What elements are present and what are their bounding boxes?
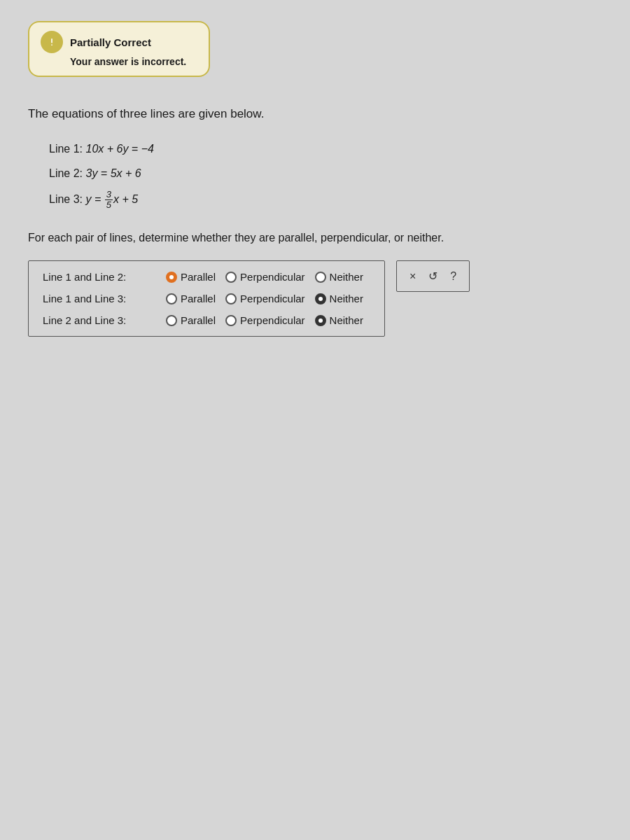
row1-parallel-label: Parallel xyxy=(181,271,216,283)
line3-label: Line 3: xyxy=(49,193,85,205)
feedback-title: Partially Correct xyxy=(70,36,151,48)
row2-perpendicular-option[interactable]: Perpendicular xyxy=(225,293,305,304)
line3-equation: y = 35x + 5 xyxy=(85,193,138,205)
help-button[interactable]: ? xyxy=(447,269,459,284)
answer-row-3: Line 2 and Line 3: Parallel Perpendicula… xyxy=(43,314,370,326)
line-item-1: Line 1: 10x + 6y = −4 xyxy=(49,140,602,158)
row2-parallel-option[interactable]: Parallel xyxy=(166,293,216,304)
svg-rect-1 xyxy=(51,38,52,43)
line1-equation: 10x + 6y = −4 xyxy=(85,143,153,155)
row3-perpendicular-radio[interactable] xyxy=(225,315,237,326)
line-item-3: Line 3: y = 35x + 5 xyxy=(49,190,602,211)
row3-perpendicular-option[interactable]: Perpendicular xyxy=(225,314,305,326)
row3-radio-group: Parallel Perpendicular Neither xyxy=(166,314,370,326)
question-text: For each pair of lines, determine whethe… xyxy=(28,230,602,246)
line2-label: Line 2: xyxy=(49,167,85,179)
row3-parallel-option[interactable]: Parallel xyxy=(166,314,216,326)
answer-table-container: Line 1 and Line 2: Parallel Perpendicula… xyxy=(28,260,602,337)
row3-label: Line 2 and Line 3: xyxy=(43,314,162,326)
row2-perpendicular-label: Perpendicular xyxy=(240,293,305,304)
row1-radio-group: Parallel Perpendicular Neither xyxy=(166,271,370,283)
feedback-subtitle: Your answer is incorrect. xyxy=(41,56,195,67)
row3-parallel-radio[interactable] xyxy=(166,315,177,326)
utility-buttons: × ↺ ? xyxy=(396,260,470,292)
row3-neither-option[interactable]: Neither xyxy=(315,314,363,326)
undo-button[interactable]: ↺ xyxy=(426,268,440,284)
row3-neither-label: Neither xyxy=(330,314,363,326)
feedback-icon xyxy=(41,31,63,53)
answer-row-1: Line 1 and Line 2: Parallel Perpendicula… xyxy=(43,271,370,283)
row1-perpendicular-label: Perpendicular xyxy=(240,271,305,283)
row2-parallel-label: Parallel xyxy=(181,293,216,304)
row2-parallel-radio[interactable] xyxy=(166,293,177,304)
row1-neither-option[interactable]: Neither xyxy=(315,271,363,283)
line1-label: Line 1: xyxy=(49,143,85,155)
row1-neither-label: Neither xyxy=(330,271,363,283)
row2-radio-group: Parallel Perpendicular Neither xyxy=(166,293,370,304)
row2-neither-radio[interactable] xyxy=(315,293,326,304)
problem-intro: The equations of three lines are given b… xyxy=(28,105,602,123)
answer-row-2: Line 1 and Line 3: Parallel Perpendicula… xyxy=(43,293,370,304)
row1-neither-radio[interactable] xyxy=(315,272,326,283)
svg-rect-2 xyxy=(51,44,52,46)
feedback-header: Partially Correct xyxy=(41,31,195,53)
row3-neither-radio[interactable] xyxy=(315,315,326,326)
row3-parallel-label: Parallel xyxy=(181,314,216,326)
lines-list: Line 1: 10x + 6y = −4 Line 2: 3y = 5x + … xyxy=(28,140,602,211)
page-content: Partially Correct Your answer is incorre… xyxy=(0,0,630,358)
feedback-banner: Partially Correct Your answer is incorre… xyxy=(28,21,210,77)
row1-perpendicular-radio[interactable] xyxy=(225,272,237,283)
row1-label: Line 1 and Line 2: xyxy=(43,271,162,283)
row2-perpendicular-radio[interactable] xyxy=(225,293,237,304)
row2-label: Line 1 and Line 3: xyxy=(43,293,162,304)
row1-perpendicular-option[interactable]: Perpendicular xyxy=(225,271,305,283)
row1-parallel-option[interactable]: Parallel xyxy=(166,271,216,283)
close-button[interactable]: × xyxy=(407,269,419,284)
answer-table: Line 1 and Line 2: Parallel Perpendicula… xyxy=(28,260,385,337)
row2-neither-option[interactable]: Neither xyxy=(315,293,363,304)
line2-equation: 3y = 5x + 6 xyxy=(85,167,141,179)
line-item-2: Line 2: 3y = 5x + 6 xyxy=(49,164,602,183)
row2-neither-label: Neither xyxy=(330,293,363,304)
row3-perpendicular-label: Perpendicular xyxy=(240,314,305,326)
row1-parallel-radio[interactable] xyxy=(166,272,177,283)
